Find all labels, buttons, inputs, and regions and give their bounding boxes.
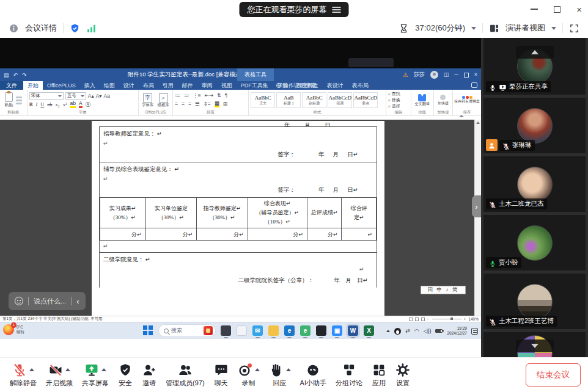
tray-expand-icon[interactable] — [386, 330, 390, 332]
baidu-pan-icon[interactable] — [462, 96, 472, 99]
taskbar-clock[interactable]: 19:29 2024/12/27 — [447, 326, 467, 336]
shortcut-icon[interactable] — [440, 95, 446, 100]
view-mode-selector[interactable]: 演讲者视图 — [505, 23, 545, 34]
grow-font-icon[interactable]: A▴ — [88, 93, 94, 99]
number-list-icon[interactable]: ≕ — [184, 93, 189, 98]
word-app-icon[interactable]: W — [348, 325, 358, 336]
align-left-icon[interactable]: ≡ — [175, 101, 178, 107]
word-scrollbar[interactable] — [474, 120, 481, 316]
toolbar-apps-button[interactable]: 应用 — [372, 363, 386, 388]
enclose-character-icon[interactable]: Ⓐ — [86, 102, 91, 107]
clipboard-mini-buttons[interactable] — [16, 96, 22, 104]
toolbar-ai-assistant-button[interactable]: AI小助手 — [300, 363, 326, 388]
style-gallery-item[interactable]: AaBbC副标题 — [302, 92, 326, 108]
sort-icon[interactable]: ⇅ — [217, 93, 221, 98]
fullscreen-icon[interactable] — [569, 23, 579, 34]
undo-icon[interactable]: ↶ — [13, 72, 18, 78]
word-tab[interactable]: 布局 — [139, 81, 158, 90]
participant-tile[interactable]: 张琳琳 — [483, 98, 586, 153]
toolbar-react-button[interactable]: 回应 — [269, 363, 291, 388]
font-name-combo[interactable]: 宋体 — [29, 92, 64, 100]
banner-menu-icon[interactable] — [333, 7, 341, 13]
toolbar-invite-button[interactable]: 邀请 — [142, 363, 156, 388]
bullet-list-icon[interactable]: ≔ — [175, 93, 180, 98]
subscript-icon[interactable]: x₂ — [55, 102, 59, 107]
font-size-combo[interactable]: 五号 — [65, 92, 86, 100]
share-toolbar-collapsed[interactable] — [348, 58, 394, 67]
multilevel-list-icon[interactable]: ⋮≡ — [193, 93, 200, 98]
word-tab[interactable]: 审阅 — [197, 81, 217, 90]
score-value-cell[interactable]: ↵ — [342, 228, 377, 241]
account-name[interactable]: 莎莎 — [414, 71, 425, 79]
zoom-slider[interactable] — [432, 319, 461, 319]
maximize-button[interactable] — [554, 6, 560, 13]
score-value-cell[interactable]: 分↵ — [248, 228, 307, 241]
bold-icon[interactable]: B — [29, 102, 33, 107]
editing-item[interactable]: ⌕ 选择 — [388, 103, 400, 109]
word-tab[interactable]: 邮件 — [178, 81, 197, 90]
editing-item[interactable]: ⌕ 查找 — [388, 91, 400, 97]
participant-tile[interactable]: 贾小盼 — [483, 215, 586, 270]
chat-input-placeholder[interactable]: 说点什么... — [34, 297, 66, 306]
excel-app-icon[interactable]: X — [364, 325, 374, 336]
borders-icon[interactable]: ⊞ — [223, 101, 227, 107]
meeting-details-link[interactable]: 会议详情 — [25, 23, 57, 34]
strikethrough-icon[interactable]: ab — [47, 102, 52, 107]
style-gallery-item[interactable]: AaBbCcD强调 — [328, 92, 352, 108]
scroll-up-participants-button[interactable] — [516, 46, 554, 59]
qq-icon[interactable] — [316, 325, 326, 336]
line-spacing-icon[interactable]: ⇕≡ — [204, 101, 211, 107]
translate-label[interactable]: 全文翻译 — [415, 102, 430, 106]
zoom-level[interactable]: 140% — [468, 317, 479, 321]
word-close-button[interactable]: × — [474, 72, 477, 78]
chevron-up-icon[interactable] — [29, 368, 34, 371]
word-minimize-button[interactable]: ─ — [454, 72, 458, 78]
word-tab[interactable]: 引用 — [158, 81, 178, 90]
chevron-up-icon[interactable] — [286, 368, 291, 371]
scroll-down-participants-button[interactable] — [516, 339, 554, 352]
word-tab[interactable]: 视图 — [217, 81, 237, 90]
participant-tile[interactable]: 土木工程2班王艺博 — [483, 274, 586, 329]
end-meeting-button[interactable]: 结束会议 — [526, 363, 581, 387]
comments-icon[interactable] — [471, 82, 477, 88]
toolbar-share-screen-button[interactable]: 共享屏幕 — [82, 363, 109, 388]
folder-icon[interactable] — [268, 325, 279, 336]
word-tab-file[interactable]: 文件 — [0, 81, 23, 90]
save-icon[interactable]: ▤ — [4, 72, 9, 78]
toolbar-breakout-button[interactable]: 分组讨论 — [336, 363, 362, 388]
style-gallery-item[interactable]: AaB标题 1 — [276, 92, 301, 108]
mail-icon[interactable]: ✉ — [252, 325, 263, 336]
toolbar-chat-button[interactable]: 聊天 — [214, 363, 229, 388]
sidebar-collapse-button[interactable]: › — [472, 195, 481, 217]
emoji-icon[interactable] — [15, 297, 23, 305]
edge-icon[interactable]: e — [284, 325, 295, 336]
toolbar-settings-button[interactable]: 设置 — [395, 363, 410, 388]
word-tab[interactable]: 绘图 — [100, 81, 119, 90]
underline-icon[interactable]: U — [40, 102, 44, 107]
change-case-icon[interactable]: Aa — [104, 93, 110, 99]
wifi-icon[interactable]: ◠ — [414, 328, 419, 334]
ime-language-bar[interactable]: 田 中 ♪ 简 — [421, 286, 466, 294]
qq-tray-icon[interactable] — [394, 328, 401, 335]
taskbar-weather[interactable]: 1 0°C晴转 — [3, 324, 24, 335]
battery-icon[interactable] — [435, 329, 443, 333]
speaker-icon[interactable]: ◁)) — [424, 328, 432, 334]
toolbar-record-button[interactable]: 录制 — [238, 363, 260, 388]
toolbar-unmute-button[interactable]: 解除静音 — [10, 363, 37, 388]
participant-tile[interactable]: 栗莎正在共享 — [483, 38, 586, 95]
word-document-area[interactable]: 年 月 日 指导教师鉴定意见： ↵ ↵ 签字： 年 月 日↵辅导员综合表现鉴定意… — [0, 120, 481, 316]
zoom-in-icon[interactable]: + — [464, 317, 466, 321]
zoom-out-icon[interactable]: − — [427, 317, 430, 321]
task-view-icon[interactable] — [221, 325, 231, 336]
document-page[interactable]: 年 月 日 指导教师鉴定意见： ↵ ↵ 签字： 年 月 日↵辅导员综合表现鉴定意… — [92, 121, 384, 316]
align-center-icon[interactable]: ≡ — [182, 101, 185, 107]
network-signal-icon[interactable] — [86, 23, 97, 34]
security-shield-icon[interactable] — [70, 23, 80, 34]
account-avatar[interactable] — [430, 71, 438, 79]
ie-icon[interactable]: e — [300, 325, 311, 336]
view-dropdown-icon[interactable] — [551, 27, 556, 30]
indent-icons[interactable]: ⇤⇥ — [205, 93, 213, 98]
shrink-font-icon[interactable]: A▾ — [96, 93, 102, 99]
toolbar-members-button[interactable]: 管理成员(97) — [166, 363, 205, 388]
start-button[interactable] — [143, 325, 153, 336]
